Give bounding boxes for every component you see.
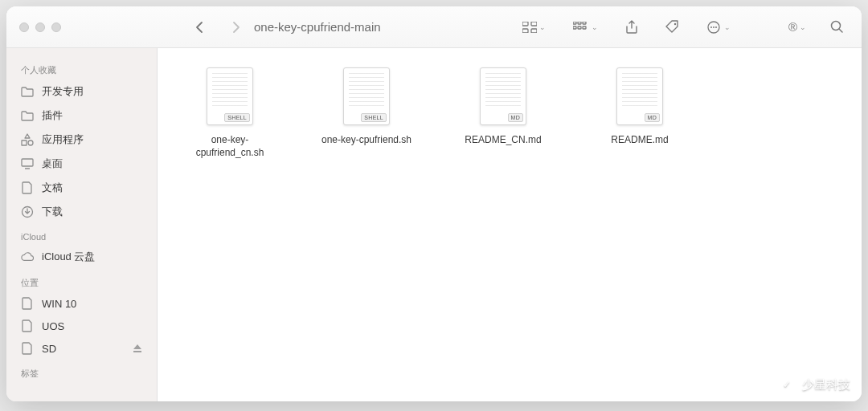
watermark-text: 少星科技	[802, 377, 850, 393]
file-type-badge: SHELL	[361, 113, 387, 122]
registered-icon: ®	[788, 20, 797, 34]
file-type-badge: SHELL	[224, 113, 250, 122]
sidebar-item[interactable]: WIN 10	[6, 292, 157, 315]
page-icon	[21, 342, 34, 355]
file-name: one-key-cpufriend_cn.sh	[182, 133, 278, 159]
file-name: one-key-cpufriend.sh	[321, 133, 411, 146]
folder-icon	[21, 85, 34, 98]
sidebar-item-label: WIN 10	[42, 298, 76, 310]
sidebar: 个人收藏开发专用插件应用程序桌面文稿下载iCloudiCloud 云盘位置WIN…	[6, 48, 158, 401]
file-name: README_CN.md	[465, 133, 541, 146]
svg-point-12	[710, 26, 712, 28]
file-thumbnail: MD	[616, 67, 663, 125]
cloud-icon	[21, 250, 34, 263]
svg-rect-8	[578, 26, 581, 29]
sidebar-item-label: SD	[42, 343, 56, 355]
file-type-badge: MD	[645, 113, 661, 122]
search-button[interactable]	[825, 17, 849, 37]
file-thumbnail: MD	[480, 67, 526, 125]
toolbar: one-key-cpufriend-main ⌄ ⌄ ⌄	[6, 6, 862, 48]
svg-rect-4	[573, 22, 576, 24]
svg-rect-17	[22, 159, 33, 166]
file-thumbnail: SHELL	[343, 67, 390, 125]
group-icon	[573, 22, 589, 33]
sidebar-section-title: 位置	[6, 269, 157, 292]
svg-rect-7	[573, 26, 576, 29]
nav-forward-button[interactable]	[227, 18, 246, 37]
svg-rect-3	[531, 29, 537, 33]
sidebar-item[interactable]: 桌面	[6, 152, 157, 176]
page-icon	[21, 319, 34, 332]
svg-rect-9	[583, 26, 586, 29]
sidebar-section-title: iCloud	[6, 224, 157, 245]
svg-line-16	[840, 30, 843, 33]
share-button[interactable]	[620, 17, 643, 38]
svg-rect-2	[522, 29, 528, 33]
watermark: ✓ 少星科技	[778, 376, 850, 393]
doc-icon	[21, 181, 34, 194]
grid-icon	[522, 22, 537, 33]
share-icon	[625, 20, 638, 35]
file-name: README.md	[611, 133, 668, 146]
sidebar-item[interactable]: 应用程序	[6, 128, 157, 152]
file-item[interactable]: MDREADME.md	[592, 67, 688, 146]
folder-icon	[21, 109, 34, 122]
svg-rect-6	[583, 22, 586, 24]
sidebar-item[interactable]: 开发专用	[6, 79, 157, 104]
file-item[interactable]: SHELLone-key-cpufriend_cn.sh	[182, 67, 278, 159]
page-icon	[21, 297, 34, 310]
ellipsis-circle-icon	[707, 21, 722, 34]
window-title: one-key-cpufriend-main	[254, 20, 381, 34]
file-item[interactable]: MDREADME_CN.md	[455, 67, 551, 146]
apps-icon	[21, 133, 34, 146]
sidebar-item-label: 应用程序	[42, 132, 84, 147]
nav-back-button[interactable]	[190, 18, 209, 37]
sidebar-item[interactable]: 文稿	[6, 176, 157, 200]
sidebar-item[interactable]: SD	[6, 337, 157, 360]
sidebar-item-label: 开发专用	[42, 84, 84, 99]
file-thumbnail: SHELL	[207, 67, 253, 125]
svg-rect-1	[531, 22, 537, 26]
content-area[interactable]: SHELLone-key-cpufriend_cn.shSHELLone-key…	[158, 48, 862, 401]
tag-icon	[665, 20, 680, 35]
sidebar-item[interactable]: UOS	[6, 315, 157, 337]
sidebar-item-label: 文稿	[42, 181, 63, 195]
svg-point-13	[713, 26, 714, 28]
file-type-badge: MD	[508, 113, 524, 122]
sidebar-item[interactable]: iCloud 云盘	[6, 245, 157, 269]
actions-button[interactable]: ⌄	[702, 18, 735, 37]
wechat-icon: ✓	[778, 376, 796, 393]
sidebar-item[interactable]: 插件	[6, 104, 157, 128]
group-button[interactable]: ⌄	[568, 18, 603, 36]
minimize-dot[interactable]	[35, 22, 45, 32]
chevron-down-icon: ⌄	[800, 23, 806, 31]
sidebar-item-label: UOS	[42, 320, 64, 332]
search-icon	[830, 20, 844, 34]
file-item[interactable]: SHELLone-key-cpufriend.sh	[318, 67, 415, 146]
chevron-down-icon: ⌄	[592, 23, 598, 31]
svg-rect-5	[578, 22, 581, 24]
view-icon-button[interactable]: ⌄	[518, 18, 551, 36]
desktop-icon	[21, 157, 34, 170]
file-grid: SHELLone-key-cpufriend_cn.shSHELLone-key…	[158, 48, 862, 178]
zoom-dot[interactable]	[51, 22, 61, 32]
traffic-lights	[19, 22, 61, 32]
sidebar-item-label: 插件	[42, 108, 63, 123]
sidebar-item-label: 桌面	[42, 157, 63, 171]
chevron-down-icon: ⌄	[724, 23, 731, 31]
download-icon	[21, 206, 34, 218]
svg-point-14	[715, 26, 717, 28]
tags-button[interactable]	[661, 17, 685, 38]
eject-icon[interactable]	[133, 344, 142, 353]
sidebar-section-title: 个人收藏	[6, 56, 157, 79]
sidebar-item[interactable]: 下载	[6, 200, 157, 224]
svg-point-10	[674, 22, 676, 24]
sidebar-item-label: 下载	[42, 205, 63, 219]
chevron-down-icon: ⌄	[539, 23, 546, 31]
registered-button[interactable]: ® ⌄	[784, 17, 811, 37]
svg-rect-0	[522, 22, 528, 26]
sidebar-section-title: 标签	[6, 360, 157, 383]
close-dot[interactable]	[19, 22, 29, 32]
svg-point-15	[832, 22, 841, 31]
sidebar-item-label: iCloud 云盘	[42, 250, 95, 264]
